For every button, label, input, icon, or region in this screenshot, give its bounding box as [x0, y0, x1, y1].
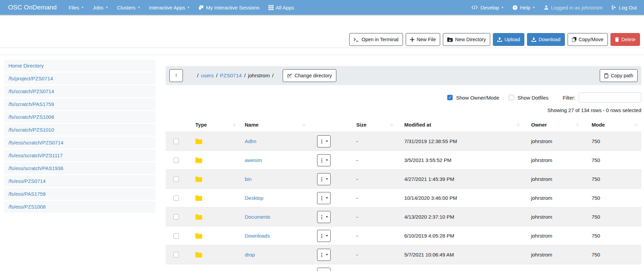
sidebar-item-fs-ess-pzs1008[interactable]: /fs/ess/PZS1008 [4, 201, 156, 213]
plus-icon [410, 37, 414, 42]
delete-button[interactable]: Delete [611, 33, 640, 46]
row-select-cell [166, 214, 189, 220]
table-options-row: ✓ Show Owner/Mode Show Dotfiles Filter: [166, 92, 641, 103]
row-checkbox[interactable] [173, 233, 179, 239]
svg-text:?: ? [514, 6, 516, 9]
copy-path-button[interactable]: Copy path [600, 69, 638, 82]
change-directory-button[interactable]: Change directory [283, 69, 336, 82]
upload-icon [497, 37, 502, 42]
file-name-link[interactable]: drop [245, 252, 255, 258]
sort-arrows-icon[interactable]: ↑↓ [634, 123, 637, 127]
nav-item-files[interactable]: Files▼ [64, 0, 89, 15]
type-cell [189, 214, 240, 220]
sidebar-item-fs-ess-scratch-pas1936[interactable]: /fs/ess/scratch/PAS1936 [4, 162, 156, 174]
user-icon [544, 5, 549, 10]
chevron-down-icon: ▼ [326, 178, 328, 181]
row-actions-dropdown[interactable]: ⋮▼ [317, 135, 331, 147]
up-directory-button[interactable]: ↑ [169, 69, 183, 82]
chevron-down-icon: ▼ [326, 234, 328, 237]
show-owner-mode-checkbox[interactable]: ✓ [447, 95, 453, 100]
nav-item-all-apps[interactable]: All Apps [264, 0, 299, 15]
header-owner[interactable]: Owner↑↓ [524, 122, 583, 128]
row-checkbox[interactable] [173, 177, 179, 182]
row-actions-dropdown[interactable]: ⋮▼ [317, 268, 331, 271]
sidebar-item-home-directory[interactable]: Home Directory [4, 60, 156, 72]
brand-link[interactable]: OSC OnDemand [5, 4, 59, 11]
type-cell [189, 195, 240, 201]
open-in-terminal-button[interactable]: Open in Terminal [349, 33, 403, 46]
row-actions-dropdown[interactable]: ⋮▼ [317, 211, 331, 223]
download-button[interactable]: Download [527, 33, 565, 46]
nav-item-log-out[interactable]: Log Out [607, 0, 641, 15]
nav-item-jobs[interactable]: Jobs▼ [88, 0, 113, 15]
header-size[interactable]: Size↑↓ [352, 122, 397, 128]
nav-item-interactive-apps[interactable]: Interactive Apps▼ [145, 0, 194, 15]
breadcrumb-panel: ↑ /users/PZS0714/johrstrom/ Change direc… [166, 66, 641, 85]
breadcrumb-link-users[interactable]: users [201, 73, 214, 79]
breadcrumb-link-pzs0714[interactable]: PZS0714 [220, 73, 242, 79]
sidebar-item-fs-scratch-pzs1010[interactable]: /fs/scratch/PZS1010 [4, 124, 156, 136]
sidebar-item-fs-ess-scratch-pzs1117[interactable]: /fs/ess/scratch/PZS1117 [4, 150, 156, 161]
nav-item-label: Files [69, 5, 79, 10]
clipboard-icon [604, 73, 609, 78]
owner-cell: johrstrom [524, 138, 583, 144]
sort-arrows-icon[interactable]: ↑↓ [576, 123, 578, 127]
show-dotfiles-checkbox[interactable] [509, 95, 514, 100]
row-checkbox[interactable] [173, 158, 179, 163]
nav-item-my-interactive-sessions[interactable]: My Interactive Sessions [194, 0, 264, 15]
new-directory-button[interactable]: New Directory [443, 33, 490, 46]
sidebar-item-fs-scratch-pas1759[interactable]: /fs/scratch/PAS1759 [4, 98, 156, 110]
filter-input[interactable] [579, 92, 641, 103]
copy-move-button[interactable]: Copy/Move [568, 33, 608, 46]
sidebar-item-fs-ess-pas1759[interactable]: /fs/ess/PAS1759 [4, 188, 156, 200]
file-name-link[interactable]: Downloads [245, 233, 270, 239]
sidebar-item-fs-ess-pzs0714[interactable]: /fs/ess/PZS0714 [4, 175, 156, 187]
header-modified[interactable]: Modified at↑↓ [397, 122, 524, 128]
nav-item-logged-in-user[interactable]: Logged in as johrstrom [540, 0, 607, 15]
new-file-button[interactable]: New File [406, 33, 440, 46]
size-cell: - [352, 252, 397, 258]
file-name-link[interactable]: Adlm [245, 138, 256, 144]
size-cell: - [352, 138, 397, 144]
size-cell: - [352, 176, 397, 182]
sidebar-item-fs-scratch-pzs0714[interactable]: /fs/scratch/PZS0714 [4, 85, 156, 97]
row-actions-dropdown[interactable]: ⋮▼ [317, 192, 331, 204]
header-name[interactable]: Name↑↓ [240, 122, 309, 128]
sidebar-item-fs-project-pzs0714[interactable]: /fs/project/PZS0714 [4, 73, 156, 84]
sort-arrows-icon[interactable]: ↑↓ [517, 123, 519, 127]
folder-icon [195, 214, 202, 220]
actions-cell: ⋮▼ [309, 211, 352, 223]
file-name-link[interactable]: Documents [245, 214, 270, 220]
modified-cell: 7/31/2019 12:38:55 PM [397, 138, 524, 144]
owner-cell: johrstrom [524, 176, 583, 182]
breadcrumb-segment: / [216, 73, 217, 79]
header-mode[interactable]: Mode↑↓ [583, 122, 641, 128]
upload-button[interactable]: Upload [493, 33, 524, 46]
file-name-link[interactable]: Desktop [245, 195, 263, 201]
nav-item-label: All Apps [276, 5, 294, 10]
actions-cell: ⋮▼ [309, 192, 352, 204]
delete-label: Delete [621, 37, 636, 42]
nav-item-develop[interactable]: Develop▼ [467, 0, 508, 15]
sort-arrows-icon[interactable]: ↑↓ [233, 123, 235, 127]
row-checkbox[interactable] [173, 252, 179, 258]
row-actions-dropdown[interactable]: ⋮▼ [317, 230, 331, 242]
download-label: Download [539, 37, 560, 42]
row-actions-dropdown[interactable]: ⋮▼ [317, 173, 331, 185]
row-checkbox[interactable] [173, 214, 179, 220]
header-type[interactable]: Type↑↓ [189, 122, 240, 128]
sort-arrows-icon[interactable]: ↑↓ [302, 123, 305, 127]
row-actions-dropdown[interactable]: ⋮▼ [317, 249, 331, 261]
file-name-link[interactable]: awesim [245, 157, 262, 163]
row-checkbox[interactable] [173, 139, 179, 144]
row-actions-dropdown[interactable]: ⋮▼ [317, 154, 331, 166]
row-select-cell [166, 139, 189, 144]
sort-arrows-icon[interactable]: ↑↓ [390, 123, 392, 127]
file-name-link[interactable]: bin [245, 176, 252, 182]
row-checkbox[interactable] [173, 195, 179, 201]
sidebar-item-fs-ess-scratch-pzs0714[interactable]: /fs/ess/scratch/PZS0714 [4, 137, 156, 148]
nav-item-help[interactable]: ?Help▼ [508, 0, 540, 15]
sidebar-item-fs-scratch-pzs1008[interactable]: /fs/scratch/PZS1008 [4, 111, 156, 123]
type-cell [189, 233, 240, 239]
nav-item-clusters[interactable]: Clusters▼ [113, 0, 145, 15]
